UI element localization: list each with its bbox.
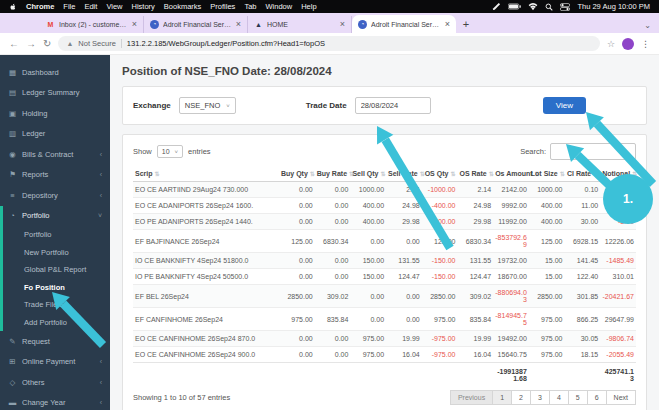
column-header-scrip[interactable]: Scrip⇅ <box>133 167 279 182</box>
omnibox[interactable]: ▲ Not Secure 131.2.2.185/WebGroup/Ledger… <box>58 36 600 51</box>
page-button-4[interactable]: 4 <box>549 390 569 405</box>
menubar-item[interactable]: Chrome <box>26 2 54 11</box>
browser-tab-active[interactable]: ◔Adroit Financial Services Pvt× <box>352 15 456 33</box>
total-empty-cell <box>457 363 493 388</box>
column-header-os-qty[interactable]: OS Qty⇅ <box>422 167 458 182</box>
close-icon[interactable]: × <box>340 20 345 29</box>
sidebar-item-reports[interactable]: ⚑Reports‹ <box>0 165 110 186</box>
tab-title: HOME <box>267 21 336 28</box>
page-button-2[interactable]: 2 <box>511 390 531 405</box>
exchange-select[interactable]: NSE_FNO ˅ <box>179 97 236 114</box>
column-header-cl-rate[interactable]: Cl Rate⇅ <box>565 167 601 182</box>
menu-dots-icon[interactable]: ⋮ <box>641 39 650 49</box>
page-button-next[interactable]: Next <box>606 390 636 405</box>
column-header-lot-size[interactable]: Lot Size⇅ <box>529 167 565 182</box>
table-controls: Show 10 ˅ entries Search: <box>133 143 636 160</box>
column-header-sell-qty[interactable]: Sell Qty⇅ <box>350 167 386 182</box>
total-empty-cell <box>529 363 565 388</box>
reload-button[interactable]: ↻ <box>43 39 51 49</box>
close-icon[interactable]: × <box>132 20 137 29</box>
positions-table: Scrip⇅Buy Qty⇅Buy Rate⇅Sell Qty⇅Sell Rat… <box>133 167 636 387</box>
table-row: EF BEL 26Sep242850.00309.020.000.002850.… <box>133 285 636 308</box>
scrip-cell: IO PE BANKNIFTY 4Sep24 50500.0 <box>133 269 279 285</box>
column-header-buy-rate[interactable]: Buy Rate⇅ <box>315 167 351 182</box>
sidebar-item-portfolio[interactable]: ◔Portfolio˅ <box>3 206 110 227</box>
value-cell: -975.00 <box>422 347 458 363</box>
menubar-item[interactable]: View <box>106 2 122 11</box>
page-button-previous[interactable]: Previous <box>450 390 493 405</box>
entries-select[interactable]: 10 ˅ <box>157 145 183 158</box>
column-header-notional[interactable]: Notional⇅ <box>600 167 636 182</box>
browser-tab[interactable]: MInbox (2) - customercare@a× <box>40 16 144 33</box>
search-input[interactable] <box>550 143 636 160</box>
menubar-item[interactable]: Help <box>301 2 316 11</box>
column-header-label: OS Qty <box>425 170 449 177</box>
close-icon[interactable]: × <box>236 20 241 29</box>
sidebar-subitem-portfolio[interactable]: Portfolio <box>3 226 110 244</box>
main-content: Position of NSE_FNO Date: 28/08/2024 Exc… <box>110 55 659 410</box>
profile-avatar[interactable] <box>622 38 634 50</box>
value-cell: 16.04 <box>386 347 422 363</box>
trade-date-input[interactable] <box>355 97 431 114</box>
menubar-item[interactable]: Edit <box>84 2 97 11</box>
sidebar-item-dashboard[interactable]: ▦Dashboard <box>0 62 110 83</box>
menubar-item[interactable]: Tab <box>244 2 256 11</box>
back-button[interactable]: ← <box>9 39 19 49</box>
column-header-sell-rate[interactable]: Sell Rate⇅ <box>386 167 422 182</box>
value-cell: -1000.00 <box>422 182 458 198</box>
value-cell: 12226.06 <box>600 230 636 253</box>
sidebar-item-ledger[interactable]: ▥Ledger <box>0 124 110 145</box>
sidebar-item-depository[interactable]: ≡Depository‹ <box>0 185 110 206</box>
sidebar-item-label: Depository <box>22 192 58 200</box>
page-button-6[interactable]: 6 <box>587 390 607 405</box>
sidebar-item-online-payment[interactable]: ⊞Online Payment‹ <box>0 352 110 373</box>
sidebar-item-holding[interactable]: ▣Holding <box>0 103 110 124</box>
sidebar-item-bills-contract[interactable]: ◉Bills & Contract‹ <box>0 144 110 165</box>
control-center-icon <box>560 3 570 11</box>
close-icon[interactable]: × <box>445 20 450 29</box>
forward-button[interactable]: → <box>26 39 36 49</box>
menubar-item[interactable]: Profiles <box>210 2 235 11</box>
value-cell: 124.47 <box>457 269 493 285</box>
column-header-os-rate[interactable]: OS Rate⇅ <box>457 167 493 182</box>
menubar-item[interactable]: Bookmarks <box>164 2 202 11</box>
browser-tab[interactable]: ◔Adroit Financial Services Pvt× <box>144 16 248 33</box>
value-cell: -975.00 <box>422 331 458 347</box>
sidebar-item-others[interactable]: ◇Others‹ <box>0 372 110 393</box>
sidebar-subitem-global-pl-report[interactable]: Global P&L Report <box>3 261 110 279</box>
page-button-3[interactable]: 3 <box>530 390 550 405</box>
gmail-favicon-icon: M <box>46 20 55 29</box>
sidebar-subitem-fo-position[interactable]: Fo Position <box>3 279 110 297</box>
tab-search-chevron-icon[interactable]: ⌄ <box>644 21 651 30</box>
total-empty-cell <box>315 363 351 388</box>
sidebar-item-label: Bills & Contract <box>22 151 73 159</box>
view-button[interactable]: View <box>543 97 586 114</box>
value-cell: 18.15 <box>565 347 601 363</box>
column-header-os-amount[interactable]: Os Amount⇅ <box>493 167 529 182</box>
value-cell: -853792.69 <box>493 230 529 253</box>
value-cell: 125.00 <box>529 230 565 253</box>
apple-logo-icon <box>9 3 17 11</box>
column-header-buy-qty[interactable]: Buy Qty⇅ <box>279 167 315 182</box>
sidebar-item-request[interactable]: ✎Request‹ <box>0 331 110 352</box>
new-tab-button[interactable]: + <box>458 16 474 32</box>
value-cell: 0.00 <box>386 285 422 308</box>
sidebar-item-change-year[interactable]: ▬Change Year‹ <box>0 393 110 410</box>
menubar-item[interactable]: History <box>132 2 155 11</box>
value-cell: 6928.15 <box>565 230 601 253</box>
menubar-item[interactable]: File <box>63 2 75 11</box>
page-button-1[interactable]: 1 <box>492 390 512 405</box>
page-button-5[interactable]: 5 <box>568 390 588 405</box>
sidebar-item-ledger-summary[interactable]: ▤Ledger Summary <box>0 83 110 104</box>
menubar-item[interactable]: Window <box>265 2 292 11</box>
browser-tab[interactable]: ▲HOME× <box>248 16 352 33</box>
chevron-down-icon: ˅ <box>226 103 230 109</box>
sidebar-subitem-add-portfolio[interactable]: Add Portfolio <box>3 314 110 332</box>
sidebar-subitem-trade-file[interactable]: Trade File Ex <box>3 296 110 314</box>
ledger-summary-icon: ▤ <box>8 89 17 97</box>
trade-date-label: Trade Date <box>306 101 347 110</box>
column-header-label: Lot Size <box>531 170 558 177</box>
sidebar-item-label: Ledger Summary <box>22 89 80 97</box>
sidebar-subitem-new-portfolio[interactable]: New Portfolio <box>3 244 110 262</box>
bookmark-star-icon[interactable]: ☆ <box>607 39 615 49</box>
